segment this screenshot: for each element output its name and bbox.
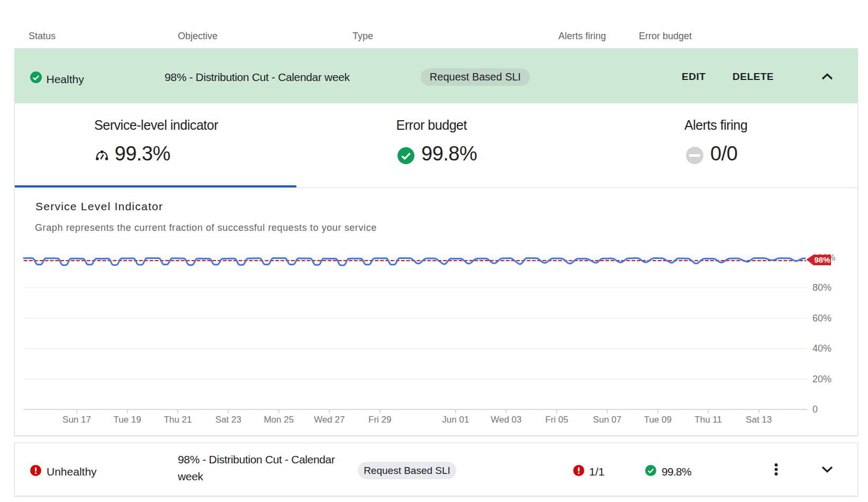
svg-text:98%: 98% [814,255,830,264]
